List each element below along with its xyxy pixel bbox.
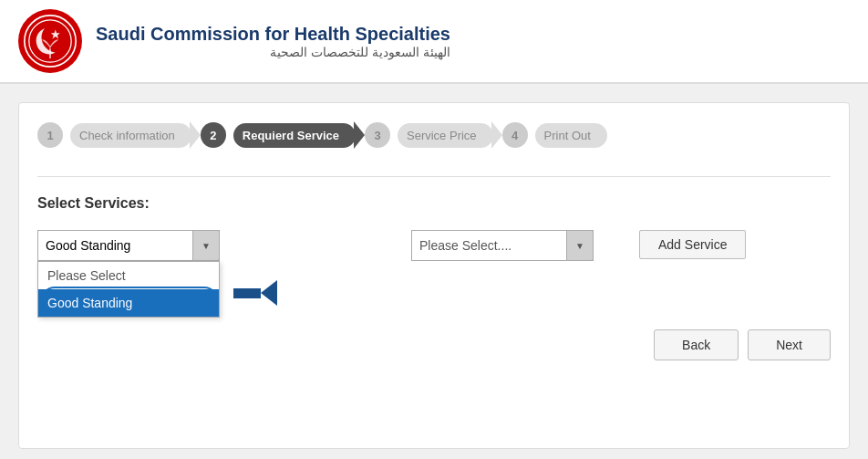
secondary-dropdown-wrapper: Please Select.... bbox=[411, 230, 594, 261]
stepper: 1 Check information 2 Requierd Service 3… bbox=[37, 121, 831, 149]
step-1: 1 Check information bbox=[37, 122, 191, 148]
step-2-arrow bbox=[354, 121, 365, 149]
section-title: Select Services: bbox=[37, 195, 831, 212]
primary-dropdown[interactable]: Good Standing bbox=[37, 230, 220, 261]
next-button[interactable]: Next bbox=[748, 329, 831, 360]
step-4-label: Print Out bbox=[535, 123, 607, 148]
step-1-label: Check information bbox=[70, 123, 191, 148]
step-3-arrow bbox=[491, 121, 502, 149]
secondary-dropdown-placeholder: Please Select.... bbox=[412, 238, 593, 253]
primary-dropdown-value: Good Standing bbox=[38, 238, 219, 253]
logo bbox=[18, 9, 82, 73]
step-2-number: 2 bbox=[201, 122, 226, 148]
services-row: Good Standing Please Select Good Standin… bbox=[37, 230, 831, 261]
secondary-dropdown[interactable]: Please Select.... bbox=[411, 230, 594, 261]
step-2-label: Requierd Service bbox=[233, 123, 356, 148]
step-1-arrow bbox=[190, 121, 201, 149]
org-name-en: Saudi Commission for Health Specialties bbox=[96, 24, 450, 45]
org-name-ar: الهيئة السعودية للتخصصات الصحية bbox=[96, 45, 450, 59]
primary-dropdown-menu: Please Select Good Standing bbox=[37, 261, 220, 318]
logo-text: Saudi Commission for Health Specialties … bbox=[96, 24, 450, 59]
step-3-label: Service Price bbox=[398, 123, 493, 148]
step-1-number: 1 bbox=[37, 122, 63, 148]
step-4: 4 Print Out bbox=[502, 122, 607, 148]
arrow-stem bbox=[233, 288, 261, 298]
arrow-head bbox=[261, 280, 277, 306]
step-4-number: 4 bbox=[502, 122, 528, 148]
option-good-standing[interactable]: Good Standing bbox=[38, 289, 219, 317]
add-service-button[interactable]: Add Service bbox=[639, 230, 746, 259]
arrow-pointer-group bbox=[233, 280, 277, 306]
option-please-select[interactable]: Please Select bbox=[38, 262, 219, 289]
svg-point-0 bbox=[25, 16, 76, 67]
step-2: 2 Requierd Service bbox=[201, 122, 356, 148]
header: Saudi Commission for Health Specialties … bbox=[0, 0, 868, 84]
divider bbox=[37, 176, 831, 177]
main-content: 1 Check information 2 Requierd Service 3… bbox=[18, 102, 850, 449]
primary-dropdown-wrapper: Good Standing Please Select Good Standin… bbox=[37, 230, 220, 261]
footer-buttons: Back Next bbox=[37, 316, 831, 360]
back-button[interactable]: Back bbox=[654, 329, 739, 360]
step-3: 3 Service Price bbox=[365, 122, 493, 148]
step-3-number: 3 bbox=[365, 122, 390, 148]
